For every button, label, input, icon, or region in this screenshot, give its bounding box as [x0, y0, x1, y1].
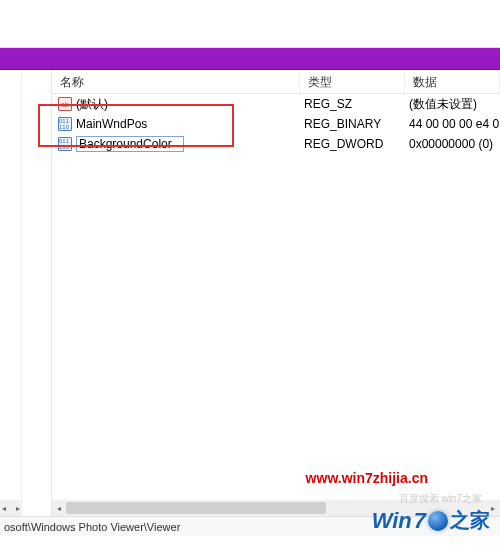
scroll-thumb[interactable]	[66, 502, 326, 514]
registry-list-pane: 名称 类型 数据 ab (默认) REG_SZ (数值未设置) 011 110 …	[52, 70, 500, 516]
column-headers: 名称 类型 数据	[52, 70, 500, 94]
logo-text-left: Win	[372, 508, 412, 534]
pane-splitter[interactable]	[22, 70, 52, 516]
status-path: osoft\Windows Photo Viewer\Viewer	[4, 521, 180, 533]
value-name: MainWndPos	[76, 117, 147, 131]
scroll-right-icon[interactable]: ▸	[16, 504, 20, 513]
column-header-type[interactable]: 类型	[300, 70, 405, 93]
value-data: 0x00000000 (0)	[405, 137, 500, 151]
value-rows: ab (默认) REG_SZ (数值未设置) 011 110 MainWndPo…	[52, 94, 500, 500]
logo-text-right: 之家	[450, 507, 490, 534]
watermark-url: www.win7zhijia.cn	[306, 470, 428, 486]
tree-horizontal-scrollbar[interactable]: ◂ ▸	[0, 500, 22, 516]
value-type: REG_SZ	[300, 97, 405, 111]
scroll-left-icon[interactable]: ◂	[52, 504, 66, 513]
content-area: n ◂ ▸ 名称 类型 数据 ab (默认) REG_SZ (数值未设置)	[0, 70, 500, 516]
column-header-data[interactable]: 数据	[405, 70, 500, 93]
scroll-left-icon[interactable]: ◂	[2, 504, 6, 513]
watermark-hint: 百度搜索 win7之家	[399, 492, 482, 506]
value-name: (默认)	[76, 96, 108, 113]
tree-pane-edge: n ◂ ▸	[0, 70, 22, 516]
logo-text-seven: 7	[414, 508, 426, 534]
table-row[interactable]: ab (默认) REG_SZ (数值未设置)	[52, 94, 500, 114]
table-row[interactable]: 011 110 MainWndPos REG_BINARY 44 00 00 0…	[52, 114, 500, 134]
string-value-icon: ab	[58, 97, 72, 111]
value-data: (数值未设置)	[405, 96, 500, 113]
rename-input[interactable]	[76, 136, 184, 152]
binary-value-icon: 011 110	[58, 117, 72, 131]
table-row[interactable]: 011 110 REG_DWORD 0x00000000 (0)	[52, 134, 500, 154]
window-titlebar	[0, 22, 500, 70]
menu-bar-area	[0, 22, 500, 48]
value-type: REG_BINARY	[300, 117, 405, 131]
value-type: REG_DWORD	[300, 137, 405, 151]
value-data: 44 00 00 00 e4 0	[405, 117, 500, 131]
watermark-logo: Win 7 之家	[372, 507, 490, 534]
binary-value-icon: 011 110	[58, 137, 72, 151]
column-header-name[interactable]: 名称	[52, 70, 300, 93]
logo-orb-icon	[428, 511, 448, 531]
